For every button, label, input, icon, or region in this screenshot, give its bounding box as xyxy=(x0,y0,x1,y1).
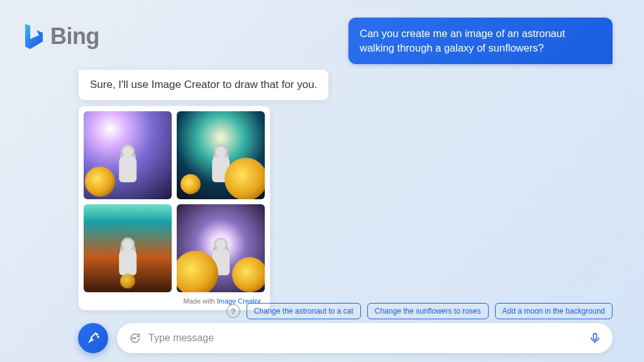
suggestion-chip-2[interactable]: Change the sunflowers to roses xyxy=(367,303,489,319)
svg-point-2 xyxy=(133,337,134,339)
suggestion-chip-3[interactable]: Add a moon in the background xyxy=(495,303,613,319)
attribution-prefix: Made with xyxy=(183,297,216,305)
chat-icon xyxy=(128,332,141,344)
suggestion-row: ? Change the astronaut to a cat Change t… xyxy=(226,303,613,319)
help-icon[interactable]: ? xyxy=(226,304,240,318)
image-results-card: Made with Image Creator xyxy=(78,106,270,310)
broom-icon xyxy=(86,331,101,346)
generated-image-2[interactable] xyxy=(177,111,265,199)
generated-image-4[interactable] xyxy=(177,204,265,292)
svg-rect-4 xyxy=(594,334,597,340)
new-topic-button[interactable] xyxy=(78,323,108,353)
generated-image-3[interactable] xyxy=(84,204,172,292)
bing-logo[interactable]: Bing xyxy=(21,23,99,50)
microphone-icon[interactable] xyxy=(589,331,601,345)
svg-point-1 xyxy=(97,336,99,337)
bing-logo-icon xyxy=(21,23,45,50)
compose-box[interactable] xyxy=(117,323,613,353)
svg-point-3 xyxy=(135,337,136,339)
user-message-bubble: Can you create me an image of an astrona… xyxy=(348,18,613,64)
svg-point-0 xyxy=(96,334,97,335)
message-input[interactable] xyxy=(148,332,581,344)
user-message-text: Can you create me an image of an astrona… xyxy=(360,28,565,53)
suggestion-chip-1[interactable]: Change the astronaut to a cat xyxy=(247,303,361,319)
image-grid xyxy=(84,111,265,292)
help-icon-glyph: ? xyxy=(231,307,236,316)
composer-row xyxy=(78,323,613,353)
bing-logo-text: Bing xyxy=(50,23,99,50)
generated-image-1[interactable] xyxy=(84,111,172,199)
bot-reply-bubble: Sure, I'll use Image Creator to draw tha… xyxy=(78,69,329,101)
bot-reply-text: Sure, I'll use Image Creator to draw tha… xyxy=(90,79,317,90)
